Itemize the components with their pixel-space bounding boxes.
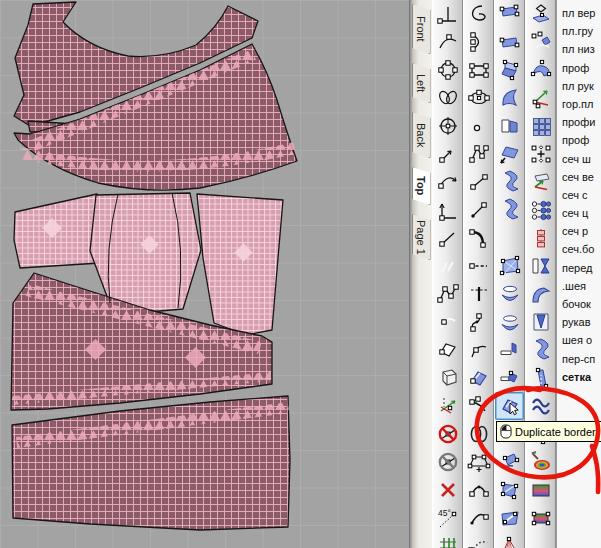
list-item-сеч-р[interactable]: сеч р <box>557 222 601 240</box>
extend-plane-button[interactable] <box>495 140 524 168</box>
mesh-piece-mid-center[interactable] <box>90 193 201 312</box>
curve-loops-button[interactable] <box>433 84 462 112</box>
polyline-corner-button[interactable] <box>433 0 462 28</box>
polyline-vertices-button[interactable] <box>464 140 493 168</box>
double-wave-button[interactable] <box>526 392 555 420</box>
s-curve-button[interactable] <box>464 308 493 336</box>
list-item-пл-гру[interactable]: пл.гру <box>557 22 601 40</box>
s-ribbon-button[interactable] <box>526 336 555 364</box>
handle-curve-button[interactable] <box>464 392 493 420</box>
bar-diamond-button[interactable] <box>495 364 524 392</box>
list-item-пл-вер[interactable]: пл вер <box>557 4 601 22</box>
surface-rect-2-button[interactable] <box>495 28 524 56</box>
trapezoid-add-button[interactable] <box>464 448 493 476</box>
list-item-проф[interactable]: проф <box>557 59 601 77</box>
list-item-шея-о[interactable]: шея о <box>557 331 601 349</box>
axis-arrow-button[interactable] <box>433 196 462 224</box>
viewport-canvas[interactable] <box>0 0 409 548</box>
dashed-point-button[interactable] <box>464 252 493 280</box>
viewport-tab-page-1[interactable]: Page 1 <box>412 214 431 260</box>
delete-x-button[interactable] <box>433 476 462 504</box>
arc-handle-button[interactable] <box>464 504 493 532</box>
s-fold-button[interactable] <box>495 168 524 196</box>
surface-isocurve-button[interactable] <box>495 504 524 532</box>
closed-loop-button[interactable] <box>464 0 493 28</box>
list-item-бочок[interactable]: бочок <box>557 295 601 313</box>
parallel-lines-button[interactable] <box>433 252 462 280</box>
viewport-tab-front[interactable]: Front <box>412 4 431 54</box>
line-segment-button[interactable] <box>433 224 462 252</box>
cube-button[interactable] <box>433 364 462 392</box>
sail-surface-button[interactable] <box>495 84 524 112</box>
move-arrow-button[interactable] <box>433 140 462 168</box>
duplicate-border-button[interactable] <box>495 392 524 420</box>
split-plane-button[interactable] <box>495 112 524 140</box>
list-item-пл-низ[interactable]: пл низ <box>557 40 601 58</box>
pipe-elbow-button[interactable] <box>526 280 555 308</box>
axes-colored-button[interactable] <box>526 84 555 112</box>
folded-plane-button[interactable] <box>495 56 524 84</box>
dotted-curve-button[interactable] <box>464 532 493 548</box>
curve-handles-button[interactable] <box>464 476 493 504</box>
curve-cv-button[interactable] <box>464 28 493 56</box>
list-item-проф[interactable]: проф <box>557 131 601 149</box>
list-item-пер-сп[interactable]: пер-сп <box>557 350 601 368</box>
squares-curve-button[interactable] <box>526 28 555 56</box>
grid-snap-button[interactable] <box>433 532 462 548</box>
points-plus-button[interactable] <box>526 140 555 168</box>
two-ellipses-button[interactable] <box>464 420 493 448</box>
corner-blend-button[interactable] <box>464 224 493 252</box>
point-circle-button[interactable] <box>464 112 493 140</box>
gradient-points-button[interactable] <box>526 504 555 532</box>
curve-point-button[interactable] <box>464 336 493 364</box>
list-item-сеч-ш[interactable]: сеч ш <box>557 150 601 168</box>
list-item-профи[interactable]: профи <box>557 113 601 131</box>
revolve-button[interactable] <box>495 280 524 308</box>
freeform-curve-button[interactable] <box>433 308 462 336</box>
chain-links-button[interactable] <box>526 196 555 224</box>
rainbow-rings-button[interactable] <box>526 448 555 476</box>
grid-3x3-button[interactable] <box>526 112 555 140</box>
arc-point-button[interactable] <box>433 28 462 56</box>
arc-arrow-button[interactable] <box>433 168 462 196</box>
list-item-рукав[interactable]: рукав <box>557 313 601 331</box>
surface-quad-button[interactable] <box>495 476 524 504</box>
s-fold-2-button[interactable] <box>495 196 524 224</box>
circle-points-button[interactable] <box>433 56 462 84</box>
crumpled-surface-button[interactable] <box>495 252 524 280</box>
list-item-пл-рук[interactable]: пл рук <box>557 77 601 95</box>
viewport-tab-back[interactable]: Back <box>412 112 431 158</box>
cplane-axes-button[interactable] <box>433 392 462 420</box>
list-item--шея[interactable]: .шея <box>557 277 601 295</box>
list-item-сеч-ве[interactable]: сеч ве <box>557 168 601 186</box>
line-points-button[interactable] <box>464 168 493 196</box>
triangle-panel-button[interactable] <box>526 308 555 336</box>
gradient-surface-button[interactable] <box>526 476 555 504</box>
rectangle-points-button[interactable] <box>464 56 493 84</box>
slash-surface-button[interactable] <box>526 364 555 392</box>
list-item-сеч-с[interactable]: сеч с <box>557 186 601 204</box>
surface-swirl-button[interactable] <box>495 448 524 476</box>
list-item-гор-пл[interactable]: гор.пл <box>557 95 601 113</box>
diamond-plane-button[interactable] <box>526 0 555 28</box>
circle-center-button[interactable] <box>433 112 462 140</box>
striped-cone-button[interactable] <box>495 532 524 548</box>
tangent-bar-button[interactable] <box>464 280 493 308</box>
plane-axes-button[interactable] <box>526 168 555 196</box>
angle-45-button[interactable]: 45° <box>433 504 462 532</box>
parallelogram-point-button[interactable] <box>433 336 462 364</box>
surface-rect-button[interactable] <box>495 0 524 28</box>
red-rail-button[interactable] <box>526 224 555 252</box>
ibeam-hourglass-button[interactable] <box>526 252 555 280</box>
bar-flag-button[interactable] <box>495 336 524 364</box>
disable-red-button[interactable] <box>433 420 462 448</box>
disable-gray-button[interactable] <box>433 448 462 476</box>
viewport-tab-left[interactable]: Left <box>412 63 431 103</box>
viewport-tab-top[interactable]: Top <box>412 167 431 205</box>
line-dot-button[interactable] <box>464 196 493 224</box>
rail-revolve-button[interactable] <box>495 308 524 336</box>
polyline-points-button[interactable] <box>433 280 462 308</box>
list-item-сеч-бо[interactable]: сеч.бо <box>557 240 601 258</box>
list-item-сетка[interactable]: сетка <box>557 368 601 386</box>
surface-corner-point-button[interactable] <box>464 364 493 392</box>
